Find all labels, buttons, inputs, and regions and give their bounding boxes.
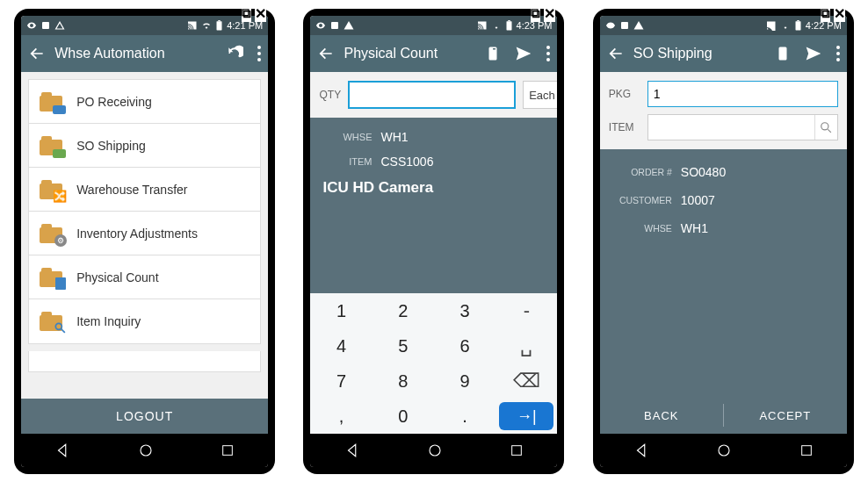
key-9[interactable]: 9 [434,363,495,399]
eye-icon [26,20,37,31]
popout-icon[interactable]: ⧉ [531,5,540,22]
key-4[interactable]: 4 [310,328,372,363]
search-icon[interactable] [814,115,837,140]
pkg-input[interactable]: 1 [647,81,838,107]
key-space[interactable]: ␣ [495,328,557,363]
key-7[interactable]: 7 [310,363,372,399]
nav-home-icon[interactable] [138,442,154,458]
folder-calculator-icon [40,268,62,287]
nav-home-icon[interactable] [427,442,443,458]
popout-icon[interactable]: ⧉ [821,5,830,22]
nav-bar [600,434,847,467]
refresh-icon[interactable] [226,45,243,62]
close-icon[interactable]: ✕ [544,5,555,22]
key-1[interactable]: 1 [310,293,372,328]
warning-icon [54,20,65,31]
content-area: PKG 1 ITEM ORDER #SO0480 CUSTOMER10007 [600,72,847,434]
svg-rect-27 [801,446,811,456]
page-title: SO Shipping [633,46,766,61]
key-enter[interactable]: →| [499,402,553,430]
key-comma[interactable]: , [310,399,372,434]
svg-rect-10 [331,22,338,29]
key-minus[interactable]: - [495,293,557,328]
menu-item-po-receiving[interactable]: PO Receiving [29,80,260,124]
phone-3: ⧉ ✕ 4:22 PM SO Shipping [593,9,854,474]
back-arrow-icon[interactable] [28,45,46,62]
page-title: Whse Automation [54,46,217,61]
back-arrow-icon[interactable] [317,45,335,62]
battery-icon [215,20,223,31]
cast-icon [766,20,777,31]
key-dot[interactable]: . [434,399,495,434]
app-bar: SO Shipping [600,35,847,72]
send-icon[interactable] [805,45,822,62]
key-0[interactable]: 0 [373,399,434,434]
item-value: CSS1006 [380,155,433,169]
accept-button[interactable]: ACCEPT [724,397,847,434]
menu-label: SO Shipping [76,139,146,153]
clipboard-icon[interactable] [775,45,791,62]
whse-label: WHSE [319,132,372,142]
svg-rect-18 [621,22,628,29]
whse-label: WHSE [609,223,672,234]
unit-select[interactable]: Each [523,81,557,109]
item-input[interactable] [647,114,838,140]
svg-point-8 [141,445,151,456]
phone-1: ⧉ ✕ 4:21 PM Whse Automation [14,9,275,474]
warning-icon [633,20,644,31]
more-icon[interactable] [546,46,550,61]
qty-input[interactable] [348,81,516,109]
content-area: PO Receiving SO Shipping 🔀 Warehouse Tra… [21,72,268,434]
whse-value: WH1 [681,221,708,235]
clipboard-icon[interactable] [485,45,501,62]
more-icon[interactable] [257,46,261,61]
svg-point-13 [546,46,550,49]
menu-item-item-inquiry[interactable]: Item Inquiry [29,299,260,343]
nav-recent-icon[interactable] [510,443,524,457]
key-2[interactable]: 2 [373,293,434,328]
back-arrow-icon[interactable] [607,45,625,62]
item-label: ITEM [319,156,372,167]
more-icon[interactable] [836,46,840,61]
key-6[interactable]: 6 [434,328,495,363]
menu-item-so-shipping[interactable]: SO Shipping [29,124,260,168]
square-icon [619,20,630,31]
key-backspace[interactable]: ⌫ [495,363,557,399]
close-icon[interactable]: ✕ [255,5,266,22]
key-5[interactable]: 5 [373,328,434,363]
detail-block: ORDER #SO0480 CUSTOMER10007 WHSEWH1 [600,149,847,251]
svg-point-21 [836,46,840,49]
status-bar: 4:21 PM [21,16,268,35]
menu-item-physical-count[interactable]: Physical Count [29,255,260,299]
nav-back-icon[interactable] [344,442,360,458]
battery-icon [794,20,802,31]
order-label: ORDER # [609,167,672,177]
nav-bar [21,434,268,467]
close-icon[interactable]: ✕ [834,5,845,22]
folder-gear-icon: ⚙ [40,224,62,243]
key-8[interactable]: 8 [373,363,434,399]
wifi-icon [201,20,212,31]
svg-rect-0 [42,22,49,29]
nav-back-icon[interactable] [54,442,70,458]
content-area: QTY Each ▼ WHSEWH1 ITEMCSS1006 ICU HD Ca… [310,72,557,434]
logout-button[interactable]: LOGOUT [21,399,268,434]
menu-label: PO Receiving [76,95,152,109]
svg-point-24 [821,123,828,130]
folder-truck-green-icon [40,136,62,155]
nav-recent-icon[interactable] [221,443,235,457]
folder-truck-blue-icon [40,92,62,112]
send-icon[interactable] [515,45,532,62]
nav-home-icon[interactable] [716,442,732,458]
menu-label: Physical Count [76,270,158,284]
nav-back-icon[interactable] [633,442,649,458]
nav-recent-icon[interactable] [799,443,814,457]
customer-value: 10007 [681,193,715,207]
back-button[interactable]: BACK [600,397,723,434]
menu-item-inventory-adjustments[interactable]: ⚙ Inventory Adjustments [29,212,260,255]
menu-item-warehouse-transfer[interactable]: 🔀 Warehouse Transfer [29,168,260,212]
order-value: SO0480 [681,165,726,179]
key-3[interactable]: 3 [434,293,495,328]
menu-label: Item Inquiry [76,314,141,328]
popout-icon[interactable]: ⧉ [242,5,251,22]
